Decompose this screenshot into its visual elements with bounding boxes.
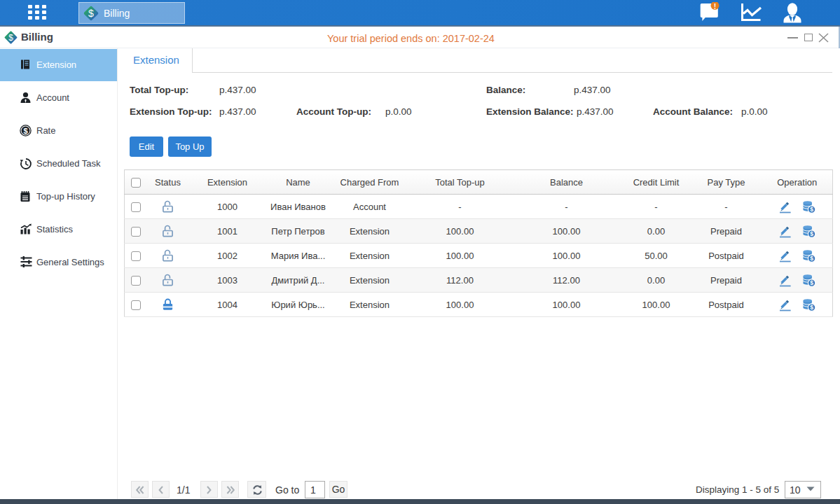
svg-text:!: ! — [714, 2, 717, 10]
svg-text:$: $ — [810, 304, 813, 311]
svg-text:$: $ — [810, 230, 813, 237]
svg-text:$: $ — [810, 279, 813, 286]
svg-text:$: $ — [8, 33, 13, 43]
svg-text:$: $ — [23, 127, 27, 135]
svg-text:$: $ — [810, 206, 813, 213]
svg-text:$: $ — [88, 8, 94, 19]
svg-text:$: $ — [810, 255, 813, 262]
